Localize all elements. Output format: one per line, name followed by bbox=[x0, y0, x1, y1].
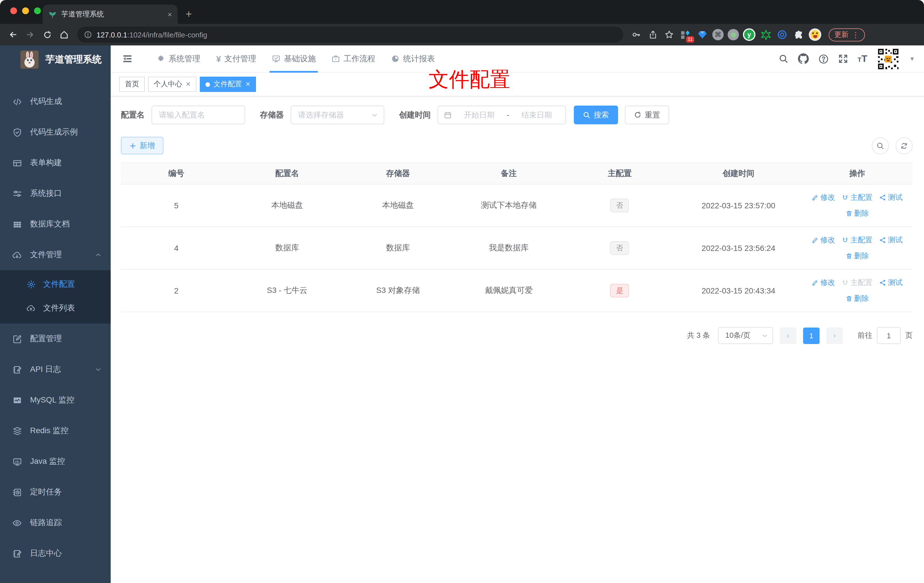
browser-tab[interactable]: 芋道管理系统 × bbox=[43, 5, 178, 24]
tab-close-icon[interactable]: ✕ bbox=[245, 81, 250, 88]
config-table: 编号 配置名 存储器 备注 主配置 创建时间 操作 5 本地磁盘 本地磁盘 测试… bbox=[121, 162, 912, 312]
add-button[interactable]: 新增 bbox=[121, 137, 163, 154]
fullscreen-icon[interactable] bbox=[838, 54, 848, 64]
delete-action[interactable]: 删除 bbox=[846, 251, 869, 261]
sidebar-item-config-manage[interactable]: 配置管理 bbox=[0, 324, 111, 354]
sidebar-item-label: 链路追踪 bbox=[30, 518, 62, 528]
sidebar-item-mysql-monitor[interactable]: MySQL 监控 bbox=[0, 385, 111, 416]
topnav-infra[interactable]: 基础设施 bbox=[264, 45, 324, 73]
page-tab-file-config[interactable]: 文件配置 ✕ bbox=[200, 77, 256, 92]
search-button[interactable]: 搜索 bbox=[574, 106, 618, 124]
ext-grey-dot-icon[interactable] bbox=[728, 29, 739, 40]
reset-button[interactable]: 重置 bbox=[625, 106, 669, 124]
ext-command-icon[interactable]: ⌘ bbox=[712, 29, 724, 40]
ext-eye-icon[interactable] bbox=[776, 28, 788, 41]
home-icon[interactable] bbox=[57, 27, 71, 42]
ext-gem-icon[interactable] bbox=[696, 28, 708, 41]
page-number-1[interactable]: 1 bbox=[803, 327, 820, 344]
sidebar-item-redis-monitor[interactable]: Redis 监控 bbox=[0, 416, 111, 446]
edit-action[interactable]: 修改 bbox=[812, 277, 835, 288]
col-header-remark: 备注 bbox=[454, 168, 564, 178]
sidebar-item-db-doc[interactable]: 数据库文档 bbox=[0, 209, 111, 239]
help-icon[interactable] bbox=[818, 54, 829, 64]
master-action[interactable]: 主配置 bbox=[842, 235, 873, 245]
site-info-icon[interactable] bbox=[84, 31, 92, 39]
goto-page-input[interactable] bbox=[877, 327, 901, 344]
topnav-report[interactable]: 统计报表 bbox=[383, 45, 443, 73]
log-pen-icon bbox=[12, 549, 22, 558]
pagination-total: 共 3 条 bbox=[687, 330, 710, 340]
sidebar-item-file-manage[interactable]: 文件管理 bbox=[0, 239, 111, 270]
reset-button-label: 重置 bbox=[645, 110, 660, 120]
new-tab-button[interactable]: + bbox=[186, 8, 192, 20]
sidebar-logo[interactable]: 芋道管理系统 bbox=[0, 45, 111, 74]
next-page-button[interactable]: › bbox=[827, 327, 843, 344]
ext-emoji-icon[interactable] bbox=[809, 28, 821, 41]
delete-action[interactable]: 删除 bbox=[846, 208, 869, 218]
font-size-icon[interactable]: TT bbox=[858, 53, 867, 64]
cloud-download-icon bbox=[12, 250, 22, 260]
sidebar-item-tracer[interactable]: 链路追踪 bbox=[0, 507, 111, 538]
sidebar-item-code-gen[interactable]: 代码生成 bbox=[0, 86, 111, 117]
ext-star-icon[interactable] bbox=[759, 28, 772, 41]
test-action[interactable]: 测试 bbox=[879, 192, 903, 203]
sidebar-item-log-center[interactable]: 日志中心 bbox=[0, 538, 111, 569]
user-avatar-qr[interactable] bbox=[877, 48, 899, 70]
github-icon[interactable] bbox=[798, 53, 809, 64]
user-caret-icon[interactable]: ▼ bbox=[909, 56, 915, 62]
sidebar-item-file-list[interactable]: 文件列表 bbox=[0, 296, 111, 320]
tab-close-icon[interactable]: × bbox=[168, 10, 172, 18]
forward-icon[interactable] bbox=[23, 27, 38, 42]
chevron-down-icon bbox=[95, 366, 102, 373]
reload-icon[interactable] bbox=[40, 27, 54, 42]
col-header-created: 创建时间 bbox=[675, 168, 802, 178]
close-window-button[interactable] bbox=[10, 7, 17, 14]
topnav-system[interactable]: 系统管理 bbox=[149, 45, 208, 73]
delete-action[interactable]: 删除 bbox=[846, 294, 869, 304]
config-name-input-wrap bbox=[152, 106, 245, 124]
sidebar-item-java-monitor[interactable]: Java 监控 bbox=[0, 446, 111, 477]
bookmark-star-icon[interactable] bbox=[663, 28, 675, 41]
share-icon[interactable] bbox=[647, 28, 659, 41]
cell-id: 2 bbox=[121, 286, 232, 295]
sidebar-item-code-demo[interactable]: 代码生成示例 bbox=[0, 117, 111, 148]
ext-sheets-icon[interactable]: 11 bbox=[680, 28, 692, 41]
tab-close-icon[interactable]: ✕ bbox=[186, 81, 191, 88]
zoom-window-button[interactable] bbox=[34, 7, 41, 14]
test-action[interactable]: 测试 bbox=[879, 235, 903, 245]
edit-action[interactable]: 修改 bbox=[812, 192, 835, 203]
collapse-sidebar-icon[interactable] bbox=[122, 53, 133, 64]
browser-update-menu[interactable]: 更新 ⋮ bbox=[829, 28, 865, 41]
test-action[interactable]: 测试 bbox=[879, 277, 903, 288]
sidebar-item-api-log[interactable]: API 日志 bbox=[0, 354, 111, 385]
sidebar-item-file-config[interactable]: 文件配置 bbox=[0, 273, 111, 296]
master-action[interactable]: 主配置 bbox=[842, 192, 873, 203]
extensions-puzzle-icon[interactable] bbox=[792, 28, 805, 41]
prev-page-button[interactable]: ‹ bbox=[780, 327, 796, 344]
storage-select[interactable]: 请选择存储器 bbox=[290, 106, 384, 124]
sidebar-item-label: 代码生成 bbox=[30, 96, 62, 107]
ext-y-icon[interactable]: y bbox=[743, 28, 756, 41]
page-tab-profile[interactable]: 个人中心 ✕ bbox=[148, 77, 196, 92]
cell-name: 本地磁盘 bbox=[232, 200, 343, 211]
password-key-icon[interactable] bbox=[630, 28, 642, 41]
col-header-actions: 操作 bbox=[802, 168, 912, 178]
table-refresh-icon[interactable] bbox=[896, 137, 912, 154]
topnav-label: 支付管理 bbox=[224, 54, 256, 64]
topnav-label: 工作流程 bbox=[344, 54, 375, 64]
page-size-select[interactable]: 10条/页 bbox=[718, 327, 773, 344]
sidebar-item-form-builder[interactable]: 表单构建 bbox=[0, 148, 111, 178]
config-name-input[interactable] bbox=[159, 111, 238, 119]
edit-action[interactable]: 修改 bbox=[812, 235, 835, 245]
url-bar[interactable]: 127.0.0.1:1024/infra/file/file-config bbox=[77, 27, 623, 43]
date-range-input[interactable]: 开始日期 - 结束日期 bbox=[437, 106, 566, 124]
minimize-window-button[interactable] bbox=[22, 7, 29, 14]
page-tab-home[interactable]: 首页 bbox=[119, 77, 145, 92]
sidebar-item-job[interactable]: 定时任务 bbox=[0, 477, 111, 507]
table-search-toggle-icon[interactable] bbox=[872, 137, 889, 154]
back-icon[interactable] bbox=[6, 27, 20, 42]
topnav-workflow[interactable]: 工作流程 bbox=[324, 45, 383, 73]
topnav-pay[interactable]: ¥ 支付管理 bbox=[208, 45, 264, 73]
sidebar-item-system-api[interactable]: 系统接口 bbox=[0, 178, 111, 209]
header-search-icon[interactable] bbox=[779, 54, 788, 64]
